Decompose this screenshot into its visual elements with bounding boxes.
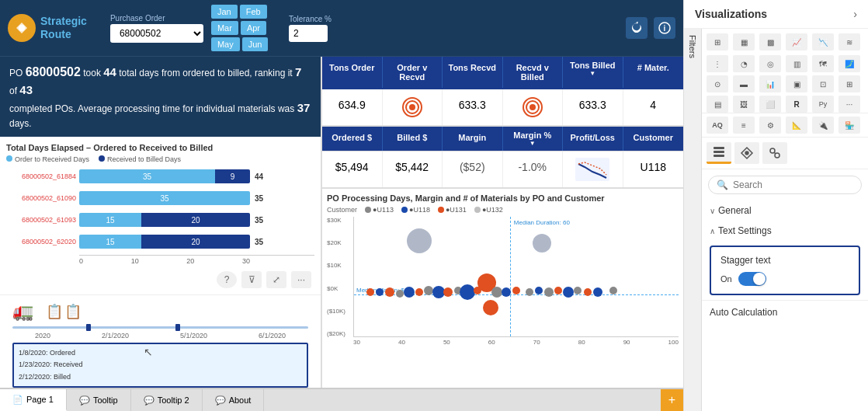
tolerance-input[interactable] [289, 25, 328, 42]
logo-line2: Route [40, 28, 87, 41]
sort-arrow2: ▼ [529, 140, 536, 147]
month-mar[interactable]: Mar [211, 21, 238, 35]
viz-icon-bar[interactable]: ▦ [733, 33, 755, 51]
viz-icon-area[interactable]: 📉 [812, 33, 834, 51]
viz-icon-table2[interactable]: ⊡ [812, 75, 834, 92]
viz-tool-analytics[interactable] [762, 142, 787, 164]
viz-icon-pie[interactable]: ◔ [733, 55, 755, 72]
viz-icon-image[interactable]: 🖼 [733, 96, 755, 113]
viz-icon-r[interactable]: R [786, 96, 807, 113]
help-icon[interactable]: ? [217, 271, 237, 288]
viz-icon-ribbon[interactable]: ≋ [838, 33, 860, 51]
more-icon[interactable]: ··· [291, 271, 311, 288]
viz-icon-analytics[interactable]: 📐 [786, 117, 807, 134]
viz-icon-card[interactable]: ▬ [733, 75, 755, 92]
logo-icon [8, 14, 36, 42]
viz-icon-line[interactable]: 📈 [786, 33, 807, 51]
viz-icon-matrix[interactable]: ⊞ [838, 75, 860, 92]
search-input[interactable] [733, 179, 853, 190]
bar-label: 68000502_62020 [6, 238, 76, 246]
viz-icon-more[interactable]: ··· [838, 96, 860, 113]
month-may[interactable]: May [211, 37, 240, 51]
val-mater: 4 [623, 89, 684, 125]
viz-icon-python[interactable]: Py [812, 96, 834, 113]
tab-page1-icon: 📄 [12, 395, 23, 405]
col-tons-recvd: Tons Recvd [443, 57, 503, 88]
svg-line-17 [774, 152, 776, 154]
date-received: 1/23/2020: Received [19, 359, 302, 371]
timeline-tooltip: 1/8/2020: Ordered 1/23/2020: Received 2/… [12, 343, 308, 388]
col-order-recvd: Order v Recvd [383, 57, 443, 88]
month-apr[interactable]: Apr [241, 21, 266, 35]
viz-icon-store[interactable]: 🏪 [838, 117, 860, 134]
viz-icon-stacked[interactable]: ▩ [759, 33, 781, 51]
val-margin: ($52) [443, 152, 503, 187]
filters-tab[interactable]: Filters [684, 29, 702, 411]
viz-icon-field-list[interactable]: ≡ [733, 117, 755, 134]
scatter-dot-large [407, 228, 432, 253]
tab-about-label: About [229, 395, 252, 405]
viz-tool-format[interactable] [734, 142, 759, 164]
refresh-icon[interactable] [626, 17, 648, 39]
stagger-box: Stagger text On [710, 246, 860, 295]
left-panel: Strategic Route Purchase Order 68000502 … [0, 0, 683, 411]
scatter-dot [574, 287, 582, 294]
viz-icon-textbox[interactable]: ▤ [707, 96, 728, 113]
scatter-container: $30K $20K $10K $0K ($10K) ($20K) Median [327, 217, 679, 357]
col-ordered: Ordered $ [322, 127, 383, 151]
bars-container: 35 35 [79, 190, 314, 207]
general-section-header[interactable]: ∨ General [702, 200, 868, 221]
viz-expand-icon[interactable]: › [853, 8, 857, 20]
svg-point-6 [409, 104, 415, 110]
viz-icon-gauge[interactable]: ⊙ [707, 75, 728, 92]
svg-rect-12 [713, 151, 724, 153]
bar-label: 68000502_61090 [6, 194, 76, 202]
legend-u118: ●U118 [401, 206, 430, 214]
legend-light: Order to Received Days [6, 155, 89, 163]
viz-icon-treemap[interactable]: ▥ [786, 55, 807, 72]
bar-label: 68000502_61093 [6, 216, 76, 224]
left-section: PO 68000502 took 44 total days from orde… [0, 57, 322, 388]
viz-icon-scatter[interactable]: ⋮ [707, 55, 728, 72]
viz-icon-donut[interactable]: ◎ [759, 55, 781, 72]
tab-tooltip2[interactable]: 💬 Tooltip 2 [131, 389, 203, 411]
scatter-plot: Median Duration: 60 Median Margin: $14 [353, 217, 679, 337]
month-jan[interactable]: Jan [211, 5, 238, 19]
viz-tools-row [702, 138, 868, 169]
filter-icon[interactable]: ⊽ [241, 271, 262, 288]
po-select[interactable]: 68000502 [110, 24, 203, 43]
viz-icon-shape[interactable]: ⬜ [759, 96, 781, 113]
viz-icon-custom[interactable]: 🔌 [812, 117, 834, 134]
tab-about[interactable]: 💬 About [203, 389, 265, 411]
add-tab-button[interactable]: + [661, 389, 683, 411]
month-feb[interactable]: Feb [240, 5, 267, 19]
svg-point-9 [529, 104, 536, 110]
logo-text: Strategic Route [40, 15, 87, 41]
tab-tooltip[interactable]: 💬 Tooltip [67, 389, 131, 411]
viz-icon-slicer[interactable]: ▣ [786, 75, 807, 92]
col-recvd-billed: Recvd v Billed [503, 57, 564, 88]
viz-icon-kpi[interactable]: 📊 [759, 75, 781, 92]
text-settings-header[interactable]: ∧ Text Settings [702, 221, 868, 241]
val-ordered: $5,494 [322, 152, 383, 187]
table-row: 68000502_61090 35 35 [6, 190, 314, 207]
logo-line1: Strategic [40, 15, 87, 28]
scatter-section: PO Processing Days, Margin and # of Mate… [322, 189, 683, 388]
month-jun[interactable]: Jun [242, 37, 269, 51]
col-customer: Customer [623, 127, 684, 151]
scatter-dot [544, 287, 554, 297]
val-tons-order: 634.9 [322, 89, 383, 125]
auto-calc-section: Auto Calculation [702, 300, 868, 324]
viz-icon-filled-map[interactable]: 🗾 [838, 55, 860, 72]
viz-icon-map[interactable]: 🗺 [812, 55, 834, 72]
viz-icon-table[interactable]: ⊞ [707, 33, 728, 51]
viz-icon-aq[interactable]: AQ [707, 117, 728, 134]
viz-icon-format[interactable]: ⚙ [759, 117, 781, 134]
info-icon[interactable]: i [654, 17, 675, 39]
right-section: Tons Order Order v Recvd Tons Recvd Recv… [322, 57, 683, 388]
expand-icon[interactable]: ⤢ [266, 271, 286, 288]
stagger-toggle[interactable] [738, 272, 766, 286]
sort-arrow: ▼ [589, 70, 595, 77]
tab-page1[interactable]: 📄 Page 1 [0, 389, 67, 411]
viz-tool-fields[interactable] [707, 142, 731, 164]
